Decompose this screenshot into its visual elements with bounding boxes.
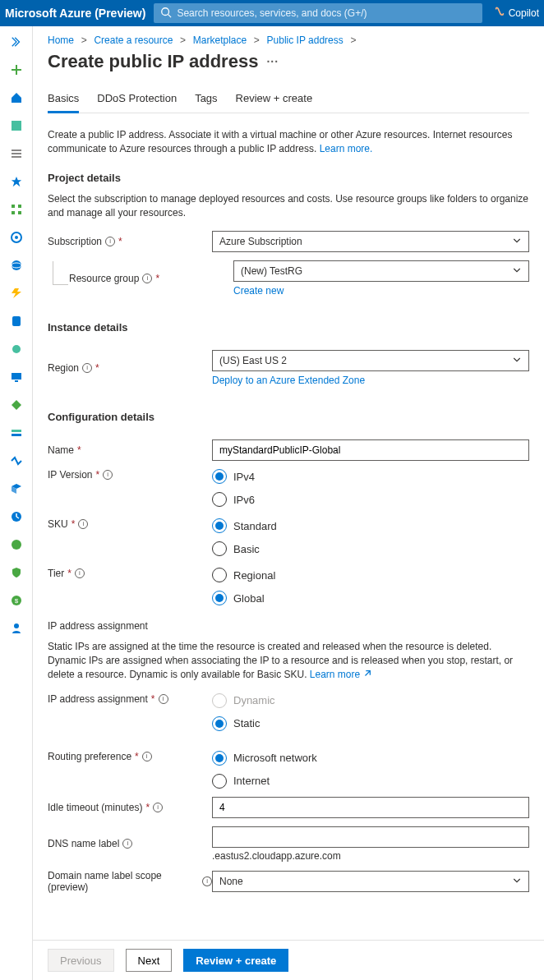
storage-icon[interactable] <box>5 422 28 444</box>
tab-review[interactable]: Review + create <box>236 92 313 113</box>
ip-assignment-desc: Static IPs are assigned at the time the … <box>48 640 529 681</box>
vm-icon[interactable] <box>5 366 28 388</box>
info-icon[interactable]: i <box>122 839 132 849</box>
resource-groups-icon[interactable] <box>5 227 28 248</box>
sku-standard-radio[interactable]: Standard <box>212 518 529 533</box>
all-resources-icon[interactable] <box>5 199 28 220</box>
functions-icon[interactable] <box>5 283 28 304</box>
instance-details-title: Instance details <box>48 321 529 334</box>
cost-icon[interactable]: $ <box>5 590 28 611</box>
vnet-icon[interactable] <box>5 450 28 472</box>
subscription-label: Subscription i * <box>48 236 212 247</box>
brand-text: Microsoft Azure (Preview) <box>5 7 145 20</box>
info-icon[interactable]: i <box>105 237 115 246</box>
tier-global-radio[interactable]: Global <box>212 591 529 605</box>
create-icon[interactable] <box>5 59 28 81</box>
sku-basic-radio[interactable]: Basic <box>212 541 529 556</box>
chevron-down-icon <box>512 355 522 367</box>
subscription-select[interactable]: Azure Subscription <box>212 231 529 252</box>
breadcrumb-marketplace[interactable]: Marketplace <box>193 35 247 46</box>
breadcrumb-public-ip[interactable]: Public IP address <box>267 35 343 46</box>
web-icon[interactable] <box>5 255 28 276</box>
ip-version-label: IP Version * i <box>48 469 212 481</box>
ipv6-radio[interactable]: IPv6 <box>212 492 529 507</box>
all-services-icon[interactable] <box>5 143 28 164</box>
svg-point-13 <box>15 236 18 239</box>
config-details-title: Configuration details <box>48 411 529 423</box>
info-icon[interactable]: i <box>75 568 85 578</box>
chevron-down-icon <box>512 875 522 887</box>
name-input[interactable] <box>212 439 529 461</box>
svg-point-14 <box>12 260 21 270</box>
learn-more-link[interactable]: Learn more. <box>320 143 373 154</box>
advisor-icon[interactable] <box>5 534 28 555</box>
info-icon[interactable]: i <box>202 876 212 886</box>
internet-radio[interactable]: Internet <box>212 774 529 789</box>
info-icon[interactable]: i <box>82 363 92 373</box>
more-icon[interactable]: ··· <box>266 55 279 68</box>
review-create-button[interactable]: Review + create <box>183 949 288 972</box>
svg-rect-16 <box>12 316 21 326</box>
svg-text:$: $ <box>14 597 18 605</box>
ip-assignment-title: IP address assignment <box>48 620 529 632</box>
subscription-value: Azure Subscription <box>219 236 302 247</box>
info-icon[interactable]: i <box>78 519 88 529</box>
breadcrumb-create-resource[interactable]: Create a resource <box>94 35 173 46</box>
info-icon[interactable]: i <box>153 803 163 812</box>
security-icon[interactable] <box>5 562 28 583</box>
region-select[interactable]: (US) East US 2 <box>212 350 529 371</box>
ms-network-radio[interactable]: Microsoft network <box>212 751 529 766</box>
sql-icon[interactable] <box>5 311 28 332</box>
svg-rect-18 <box>12 373 21 380</box>
next-button[interactable]: Next <box>126 949 173 972</box>
static-radio[interactable]: Static <box>212 716 529 731</box>
global-search[interactable] <box>154 3 482 23</box>
search-input[interactable] <box>177 7 476 19</box>
resource-group-value: (New) TestRG <box>241 265 302 277</box>
tier-regional-radio[interactable]: Regional <box>212 568 529 582</box>
info-icon[interactable]: i <box>142 274 152 283</box>
svg-point-26 <box>14 623 19 628</box>
project-details-title: Project details <box>48 172 529 184</box>
svg-rect-4 <box>12 121 21 131</box>
dashboard-icon[interactable] <box>5 115 28 136</box>
svg-rect-8 <box>12 205 15 208</box>
copilot-button[interactable]: Copilot <box>494 7 539 21</box>
dns-input[interactable] <box>212 826 529 848</box>
tier-label: Tier * i <box>48 568 212 579</box>
cosmos-icon[interactable] <box>5 338 28 360</box>
info-icon[interactable]: i <box>142 752 152 761</box>
loadbalancer-icon[interactable] <box>5 394 28 416</box>
tab-basics[interactable]: Basics <box>48 92 79 113</box>
svg-rect-9 <box>18 205 21 208</box>
resource-group-label: Resource group i * <box>69 273 233 284</box>
ipv4-radio[interactable]: IPv4 <box>212 469 529 484</box>
aad-icon[interactable] <box>5 478 28 499</box>
domain-scope-select[interactable]: None <box>212 871 529 892</box>
region-value: (US) East US 2 <box>219 355 287 366</box>
learn-more-link-2[interactable]: Learn more <box>310 669 371 680</box>
copilot-label: Copilot <box>509 7 539 19</box>
support-icon[interactable] <box>5 618 28 639</box>
copilot-icon <box>494 7 505 21</box>
info-icon[interactable]: i <box>103 470 113 480</box>
expand-nav-icon[interactable] <box>5 31 28 53</box>
resource-group-select[interactable]: (New) TestRG <box>233 260 529 282</box>
monitor-icon[interactable] <box>5 506 28 527</box>
breadcrumb-home[interactable]: Home <box>48 35 74 46</box>
create-new-rg-link[interactable]: Create new <box>233 285 284 297</box>
idle-timeout-input[interactable] <box>212 797 529 818</box>
tab-ddos[interactable]: DDoS Protection <box>97 92 177 113</box>
dns-label: DNS name label i <box>48 838 212 849</box>
info-icon[interactable]: i <box>159 694 168 704</box>
favorites-icon[interactable] <box>5 171 28 192</box>
svg-rect-20 <box>12 430 21 432</box>
chevron-down-icon <box>512 236 522 248</box>
extended-zone-link[interactable]: Deploy to an Azure Extended Zone <box>212 375 365 386</box>
region-label: Region i * <box>48 362 212 374</box>
tab-tags[interactable]: Tags <box>195 92 217 113</box>
previous-button: Previous <box>48 949 114 972</box>
home-icon[interactable] <box>5 87 28 108</box>
name-label: Name * <box>48 444 212 456</box>
chevron-down-icon <box>512 265 522 278</box>
